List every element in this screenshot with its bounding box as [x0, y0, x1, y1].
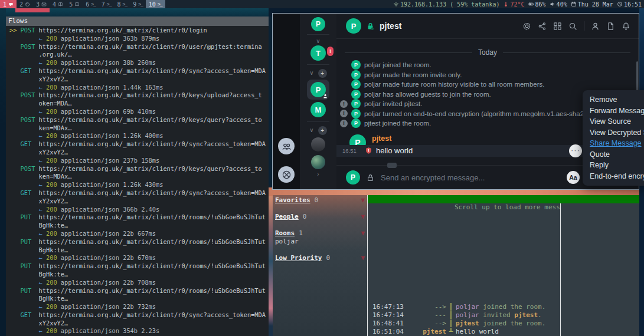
settings-button[interactable] [522, 22, 531, 31]
response-arrow-icon: ← [39, 327, 46, 334]
request-url-wrap: ken=MDAx… [39, 173, 72, 180]
apps-icon [553, 22, 562, 31]
room-item[interactable]: poljar [275, 238, 365, 246]
add-community-button[interactable]: + [318, 126, 327, 135]
search-button[interactable] [568, 22, 577, 31]
flow-row[interactable]: POST https://termina.org.uk/_matrix/clie… [9, 91, 269, 116]
timeline-event: !Ppoljar joined the room. [336, 60, 639, 70]
flow-row[interactable]: POST https://termina.org.uk/_matrix/clie… [9, 165, 269, 189]
flow-row[interactable]: PUT https://termina.org.uk/_matrix/clien… [9, 213, 269, 238]
response-status: 200 [46, 35, 57, 42]
line-text: pjtest joined the room. [456, 319, 545, 328]
line-text: poljar joined the room. [456, 303, 545, 311]
community-avatar-tower[interactable] [311, 137, 325, 151]
format-button[interactable]: Aa [567, 171, 580, 184]
menu-item[interactable]: Forward Message [590, 106, 644, 117]
workspace-3[interactable]: 3 [33, 0, 50, 8]
response-summary: application/json 22b 667ms [57, 230, 156, 237]
user-avatar[interactable]: P [311, 17, 325, 31]
flow-row[interactable]: PUT https://termina.org.uk/_matrix/clien… [9, 262, 269, 286]
flow-row[interactable]: POST https://termina.org.uk/_matrix/clie… [9, 116, 269, 140]
sidebar-divider [307, 64, 329, 65]
member-button[interactable] [591, 22, 600, 31]
menu-item[interactable]: Share Message [590, 138, 644, 149]
chevron-right-icon[interactable]: › [317, 172, 319, 177]
line-divider: ║ [446, 319, 456, 328]
flow-row[interactable]: PUT https://termina.org.uk/_matrix/clien… [9, 238, 269, 262]
community-avatar-earth[interactable] [311, 155, 325, 169]
menu-item[interactable]: View Decrypted S [590, 127, 644, 139]
room-avatar-m[interactable]: M [310, 102, 326, 117]
room-section-header[interactable]: Favorites0▼ [275, 196, 365, 205]
room-section-header[interactable]: People0▼ [275, 213, 365, 221]
collapse-triangle-icon[interactable]: ▼ [361, 254, 365, 262]
room-avatar-selected[interactable]: P [307, 80, 329, 100]
flow-row[interactable]: GET https://termina.org.uk/_matrix/clien… [9, 189, 269, 213]
terminal-icon: >_ [107, 2, 112, 7]
share-button[interactable] [538, 22, 547, 31]
apps-button[interactable] [553, 22, 562, 31]
workspace-number: 3 [36, 1, 40, 8]
menu-item[interactable]: End-to-end encry [590, 171, 644, 182]
workspace-number: 9 [133, 1, 136, 8]
add-room-button[interactable]: + [318, 69, 327, 78]
composer-input[interactable]: Send an encrypted message... [381, 173, 561, 182]
menu-item[interactable]: Quote [590, 149, 644, 160]
collapse-triangle-icon[interactable]: ▼ [361, 229, 365, 238]
section-label: Low Priority [275, 254, 322, 262]
workspace-10[interactable]: 10>_ [146, 0, 165, 8]
workspace-6[interactable]: 6>_ [83, 0, 99, 8]
response-arrow-icon: ← [39, 35, 46, 42]
workspace-number: 6 [86, 1, 89, 8]
workspace-7[interactable]: 7>_ [99, 0, 115, 8]
event-text: poljar turned on end-to-end encryption (… [364, 110, 588, 117]
flow-row[interactable]: GET https://termina.org.uk/_matrix/clien… [9, 311, 269, 335]
workspace-2[interactable]: 2 [17, 0, 33, 8]
time-status: 16:51 [617, 1, 642, 8]
request-url-wrap: xY2xvY2… [39, 149, 68, 156]
request-url: https://termina.org.uk/_matrix/client/r0… [39, 27, 207, 34]
menu-item[interactable]: Remove [590, 94, 644, 106]
chevron-down-icon[interactable]: ∨ [309, 70, 313, 76]
workspace-9[interactable]: 9>_ [130, 0, 146, 8]
chevron-down-icon[interactable]: ∨ [309, 127, 313, 133]
request-url-wrap: oken=MDA… [39, 100, 72, 107]
selection-marker [9, 140, 21, 147]
notifications-button[interactable] [622, 22, 630, 31]
chevron-down-icon[interactable]: ∨ [316, 38, 320, 44]
room-list-sidebar: P ∨ T ! ∨ + P M ∨ + › [300, 14, 336, 189]
flow-row[interactable]: GET https://termina.org.uk/_matrix/clien… [9, 67, 269, 91]
flow-row[interactable]: POST https://termina.org.uk/_matrix/clie… [9, 43, 269, 67]
response-status: 200 [46, 59, 57, 66]
line-timestamp: 16:47:14 [372, 311, 413, 319]
workspace-1[interactable]: 1 [0, 0, 17, 8]
section-label: Rooms [275, 229, 295, 238]
collapse-triangle-icon[interactable]: ▼ [361, 213, 365, 221]
compass-icon [282, 170, 292, 180]
room-section-header[interactable]: Rooms1▼ [275, 229, 365, 238]
selection-marker [9, 238, 21, 245]
terminal-icon: >_ [123, 2, 128, 7]
people-button[interactable] [278, 138, 295, 154]
room-name: pjtest [380, 21, 401, 31]
workspace-4[interactable]: 4 [50, 0, 66, 8]
workspace-5[interactable]: 5 [66, 0, 83, 8]
more-options-button[interactable] [569, 144, 582, 157]
room-section-header[interactable]: Low Priority0▼ [275, 254, 365, 262]
collapse-triangle-icon[interactable]: ▼ [361, 196, 365, 205]
flow-row[interactable]: >> POST https://termina.org.uk/_matrix/c… [9, 27, 269, 43]
flow-row[interactable]: PUT https://termina.org.uk/_matrix/clien… [9, 287, 269, 311]
workspace-8[interactable]: 8>_ [115, 0, 130, 8]
invite-room[interactable]: T ! [310, 45, 326, 61]
explore-button[interactable] [278, 166, 295, 183]
event-text: pjtest joined the room. [364, 120, 431, 127]
menu-item[interactable]: View Source [590, 116, 644, 127]
room-header-avatar[interactable]: P [346, 18, 361, 34]
files-button[interactable] [606, 22, 615, 31]
battery-icon [528, 1, 534, 7]
request-method: GET [21, 311, 39, 318]
flow-row[interactable]: GET https://termina.org.uk/_matrix/clien… [9, 140, 269, 164]
selection-marker [9, 213, 21, 220]
menu-item[interactable]: Reply [590, 160, 644, 171]
line-divider: ╨ [446, 328, 456, 336]
